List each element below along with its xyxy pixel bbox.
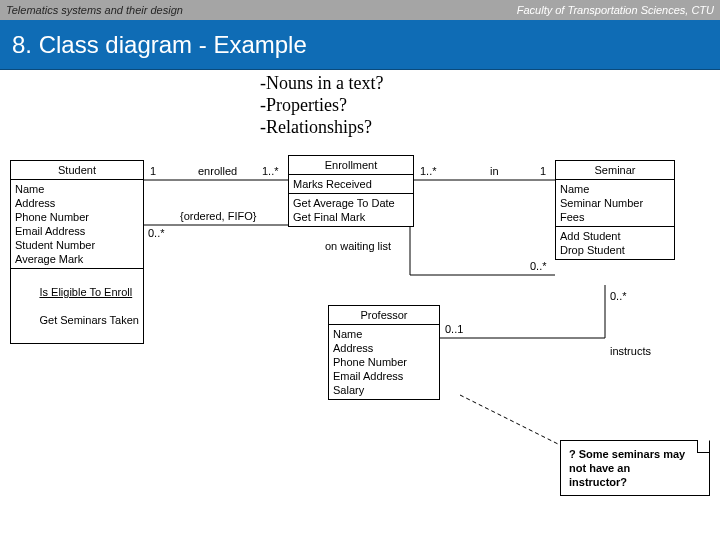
assoc-label: in	[490, 165, 499, 177]
constraint-label: {ordered, FIFO}	[180, 210, 256, 222]
assoc-label: enrolled	[198, 165, 237, 177]
class-seminar: Seminar Name Seminar Number Fees Add Stu…	[555, 160, 675, 260]
class-name: Professor	[329, 306, 439, 325]
assoc-label: instructs	[610, 345, 651, 357]
multiplicity: 0..1	[445, 323, 463, 335]
topbar-right: Faculty of Transportation Sciences, CTU	[517, 4, 714, 16]
multiplicity: 0..*	[530, 260, 547, 272]
class-attributes: Marks Received	[289, 175, 413, 194]
class-enrollment: Enrollment Marks Received Get Average To…	[288, 155, 414, 227]
class-attributes: Name Address Phone Number Email Address …	[11, 180, 143, 269]
multiplicity: 1..*	[262, 165, 279, 177]
note-line: instructor?	[569, 475, 701, 489]
note-line: not have an	[569, 461, 701, 475]
top-bar: Telematics systems and their design Facu…	[0, 0, 720, 20]
multiplicity: 1	[150, 165, 156, 177]
assoc-label: on waiting list	[325, 240, 391, 252]
class-name: Enrollment	[289, 156, 413, 175]
class-student: Student Name Address Phone Number Email …	[10, 160, 144, 344]
slide-content: -Nouns in a text? -Properties? -Relation…	[0, 70, 720, 540]
operation: Is Eligible To Enroll	[39, 286, 132, 298]
class-operations: Is Eligible To Enroll Get Seminars Taken	[11, 269, 143, 343]
uml-diagram: Student Name Address Phone Number Email …	[0, 145, 720, 540]
class-operations: Add Student Drop Student	[556, 227, 674, 259]
class-name: Seminar	[556, 161, 674, 180]
multiplicity: 0..*	[148, 227, 165, 239]
page-title: 8. Class diagram - Example	[12, 31, 307, 59]
class-operations: Get Average To Date Get Final Mark	[289, 194, 413, 226]
operation: Get Seminars Taken	[39, 314, 138, 326]
topbar-left: Telematics systems and their design	[6, 4, 183, 16]
class-name: Student	[11, 161, 143, 180]
class-professor: Professor Name Address Phone Number Emai…	[328, 305, 440, 400]
multiplicity: 0..*	[610, 290, 627, 302]
question-item: -Properties?	[260, 94, 383, 116]
slide-title-bar: 8. Class diagram - Example	[0, 20, 720, 70]
uml-note: ? Some seminars may not have an instruct…	[560, 440, 710, 496]
question-list: -Nouns in a text? -Properties? -Relation…	[260, 72, 383, 138]
multiplicity: 1..*	[420, 165, 437, 177]
question-item: -Relationships?	[260, 116, 383, 138]
class-attributes: Name Address Phone Number Email Address …	[329, 325, 439, 399]
class-attributes: Name Seminar Number Fees	[556, 180, 674, 227]
question-item: -Nouns in a text?	[260, 72, 383, 94]
note-line: ? Some seminars may	[569, 447, 701, 461]
multiplicity: 1	[540, 165, 546, 177]
